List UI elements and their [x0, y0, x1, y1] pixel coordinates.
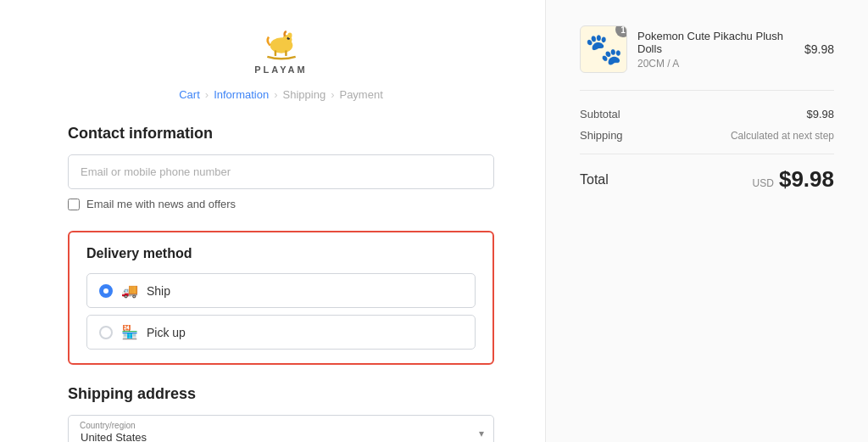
svg-rect-4 [274, 50, 276, 56]
country-select[interactable]: United States [68, 415, 494, 442]
email-input[interactable] [68, 154, 494, 189]
logo-text: PLAYAM [254, 64, 307, 75]
delivery-option-pickup[interactable]: 🏪 Pick up [86, 315, 476, 350]
logo-icon [260, 25, 303, 61]
total-currency: USD [753, 177, 774, 189]
newsletter-label: Email me with news and offers [86, 198, 236, 210]
delivery-method-box: Delivery method 🚚 Ship 🏪 Pick up [68, 231, 494, 365]
pickup-icon: 🏪 [121, 324, 138, 340]
ship-icon: 🚚 [121, 283, 138, 299]
breadcrumb-shipping: Shipping [283, 88, 326, 101]
delivery-option-ship[interactable]: 🚚 Ship [86, 273, 476, 308]
breadcrumb-sep-1: › [205, 88, 209, 101]
svg-rect-5 [285, 50, 287, 56]
contact-title: Contact information [68, 125, 494, 143]
order-summary: 1 🐾 Pokemon Cute Pikachu Plush Dolls 20C… [546, 0, 868, 442]
product-info: Pokemon Cute Pikachu Plush Dolls 20CM / … [637, 30, 794, 70]
product-price: $9.98 [804, 42, 834, 56]
logo-area: PLAYAM [68, 25, 494, 75]
shipping-title: Shipping address [68, 385, 494, 403]
newsletter-checkbox[interactable] [68, 199, 80, 210]
newsletter-row: Email me with news and offers [68, 198, 494, 210]
ship-radio[interactable] [99, 284, 113, 298]
pickup-label: Pick up [147, 326, 186, 339]
total-amount: $9.98 [779, 166, 834, 193]
summary-divider [580, 154, 834, 154]
country-select-wrapper: Country/region United States ▾ [68, 415, 494, 442]
total-value-wrap: USD $9.98 [753, 166, 834, 193]
product-image-wrap: 1 🐾 [580, 25, 627, 73]
svg-point-3 [287, 33, 292, 39]
product-variant: 20CM / A [637, 58, 794, 70]
total-row: Total USD $9.98 [580, 166, 834, 193]
shipping-note: Calculated at next step [731, 130, 834, 142]
delivery-title: Delivery method [86, 246, 476, 261]
checkout-form: PLAYAM Cart › Information › Shipping › P… [0, 0, 546, 442]
breadcrumb-cart[interactable]: Cart [179, 88, 200, 101]
subtotal-value: $9.98 [806, 108, 834, 120]
shipping-label: Shipping [580, 129, 623, 142]
product-name: Pokemon Cute Pikachu Plush Dolls [637, 30, 794, 55]
pickup-radio[interactable] [99, 326, 113, 339]
breadcrumb-sep-3: › [331, 88, 334, 101]
ship-label: Ship [147, 284, 170, 298]
breadcrumb-payment: Payment [339, 88, 382, 101]
breadcrumb: Cart › Information › Shipping › Payment [68, 88, 494, 101]
subtotal-row: Subtotal $9.98 [580, 108, 834, 120]
product-row: 1 🐾 Pokemon Cute Pikachu Plush Dolls 20C… [580, 25, 834, 91]
shipping-row: Shipping Calculated at next step [580, 129, 834, 142]
breadcrumb-sep-2: › [274, 88, 277, 101]
product-image: 🐾 [585, 31, 623, 67]
subtotal-label: Subtotal [580, 108, 620, 120]
total-label: Total [580, 172, 609, 187]
breadcrumb-information: Information [214, 88, 269, 101]
